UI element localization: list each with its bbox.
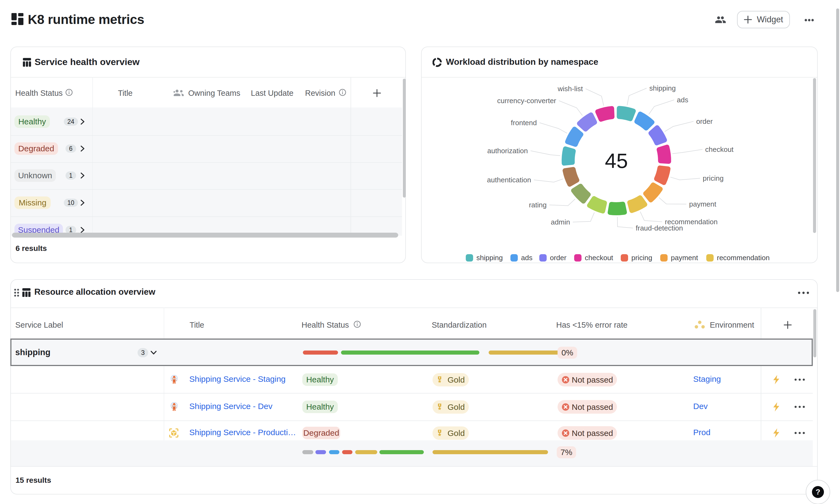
svg-text:authentication: authentication: [487, 176, 531, 184]
svg-text:wish-list: wish-list: [558, 85, 583, 93]
svg-text:admin: admin: [551, 218, 570, 226]
svg-text:currency-converter: currency-converter: [497, 96, 556, 105]
svg-text:authorization: authorization: [487, 147, 528, 155]
svg-text:shipping: shipping: [649, 84, 676, 92]
svg-text:frontend: frontend: [511, 119, 537, 127]
svg-text:order: order: [696, 117, 713, 125]
svg-text:45: 45: [605, 149, 628, 172]
svg-text:ads: ads: [677, 96, 688, 104]
svg-text:fraud-detection: fraud-detection: [636, 224, 683, 232]
svg-text:pricing: pricing: [703, 174, 724, 182]
svg-text:checkout: checkout: [705, 145, 734, 154]
svg-text:payment: payment: [689, 200, 716, 208]
svg-text:rating: rating: [529, 201, 547, 209]
